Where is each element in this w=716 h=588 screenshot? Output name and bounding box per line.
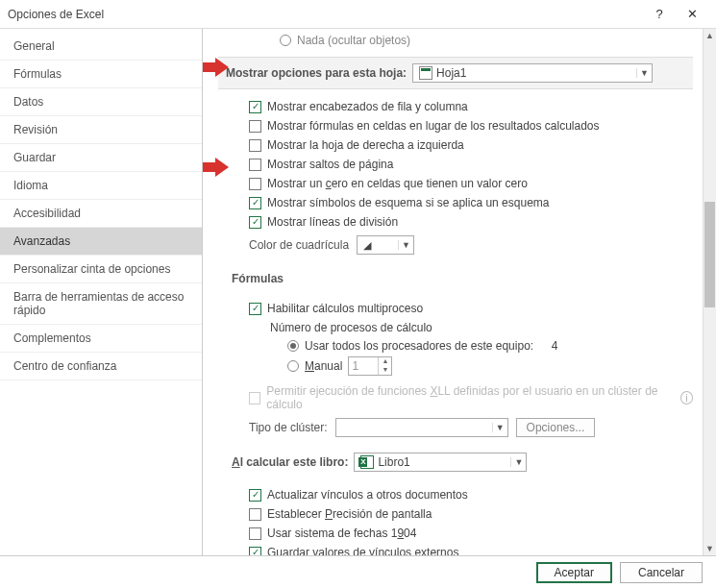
chevron-down-icon: ▼ bbox=[510, 457, 526, 467]
chk-save-ext-links-label: Guardar valores de vínculos externos bbox=[267, 546, 458, 555]
chk-page-breaks[interactable] bbox=[249, 159, 261, 171]
chk-outline-symbols-label: Mostrar símbolos de esquema si se aplica… bbox=[267, 196, 549, 209]
chk-multiproc[interactable] bbox=[249, 303, 261, 315]
chk-gridlines[interactable] bbox=[249, 216, 261, 229]
sheet-selector[interactable]: Hoja1 ▼ bbox=[412, 63, 653, 83]
sidebar-item-quick-access[interactable]: Barra de herramientas de acceso rápido bbox=[0, 283, 202, 325]
chk-show-zero[interactable] bbox=[249, 178, 261, 190]
category-sidebar: General Fórmulas Datos Revisión Guardar … bbox=[0, 29, 203, 555]
section-calc-book: Al calcular este libro: Libro1 ▼ bbox=[232, 447, 693, 478]
chk-rtl-sheet-label: Mostrar la hoja de derecha a izquierda bbox=[267, 138, 464, 152]
sidebar-item-language[interactable]: Idioma bbox=[0, 172, 202, 200]
info-icon[interactable]: i bbox=[680, 391, 693, 404]
chk-show-formulas[interactable] bbox=[249, 120, 261, 133]
chk-precision[interactable] bbox=[249, 508, 261, 521]
chk-xll-cluster bbox=[249, 392, 260, 404]
chk-page-breaks-label: Mostrar saltos de página bbox=[267, 158, 393, 171]
sidebar-item-accessibility[interactable]: Accesibilidad bbox=[0, 200, 202, 228]
help-button[interactable]: ? bbox=[643, 0, 676, 29]
section-formulas: Fórmulas bbox=[232, 264, 693, 291]
chk-row-col-headers[interactable] bbox=[249, 101, 261, 113]
sidebar-item-general[interactable]: General bbox=[0, 33, 202, 61]
proc-count-label: Número de procesos de cálculo bbox=[232, 318, 693, 337]
chk-1904[interactable] bbox=[249, 527, 261, 540]
workbook-selector-value: Libro1 bbox=[378, 455, 409, 469]
cancel-button[interactable]: Cancelar bbox=[620, 562, 703, 583]
chevron-down-icon: ▼ bbox=[492, 423, 507, 432]
sidebar-item-trust-center[interactable]: Centro de confianza bbox=[0, 353, 202, 380]
proc-count-value: 4 bbox=[552, 339, 558, 353]
cluster-type-combo[interactable]: ▼ bbox=[335, 418, 508, 437]
chk-show-zero-label: Mostrar un cero en celdas que tienen un … bbox=[267, 177, 528, 190]
sidebar-item-customize-ribbon[interactable]: Personalizar cinta de opciones bbox=[0, 256, 202, 283]
sidebar-item-advanced[interactable]: Avanzadas bbox=[0, 228, 202, 256]
spin-up-icon[interactable]: ▲ bbox=[378, 357, 391, 366]
scroll-up-icon[interactable]: ▲ bbox=[704, 29, 716, 42]
sidebar-item-data[interactable]: Datos bbox=[0, 88, 202, 116]
section-sheet-options: Mostrar opciones para esta hoja: Hoja1 ▼ bbox=[218, 57, 693, 89]
dialog-footer: Aceptar Cancelar bbox=[0, 555, 716, 588]
chk-precision-label: Establecer Precisión de pantalla bbox=[267, 507, 432, 521]
cluster-type-label: Tipo de clúster: bbox=[249, 421, 328, 434]
chk-1904-label: Usar sistema de fechas 1904 bbox=[267, 527, 416, 540]
section-sheet-options-label: Mostrar opciones para esta hoja: bbox=[226, 66, 407, 80]
chk-save-ext-links[interactable] bbox=[249, 547, 261, 556]
scroll-down-icon[interactable]: ▼ bbox=[704, 542, 716, 555]
radio-use-all-procs-label: Usar todos los procesadores de este equi… bbox=[305, 339, 533, 353]
grid-color-picker[interactable]: ◢ ▼ bbox=[357, 235, 414, 255]
section-calc-book-label: Al calcular este libro: bbox=[232, 455, 348, 469]
cluster-options-button: Opciones... bbox=[516, 418, 596, 437]
vertical-scrollbar[interactable]: ▲ ▼ bbox=[703, 29, 716, 555]
annotation-arrow-1 bbox=[203, 58, 234, 79]
spin-down-icon[interactable]: ▼ bbox=[378, 366, 391, 375]
chevron-down-icon: ▼ bbox=[398, 240, 413, 250]
radio-manual-procs-label: Manual bbox=[305, 359, 342, 373]
bucket-icon: ◢ bbox=[363, 239, 371, 252]
radio-hide-objects-label: Nada (ocultar objetos) bbox=[297, 34, 410, 47]
radio-manual-procs[interactable] bbox=[287, 360, 299, 372]
workbook-selector[interactable]: Libro1 ▼ bbox=[354, 453, 527, 472]
grid-color-label: Color de cuadrícula bbox=[249, 238, 349, 252]
chk-outline-symbols[interactable] bbox=[249, 197, 261, 209]
chk-update-links[interactable] bbox=[249, 489, 261, 502]
worksheet-icon bbox=[419, 66, 432, 80]
ok-button[interactable]: Aceptar bbox=[536, 562, 612, 583]
excel-workbook-icon bbox=[360, 455, 374, 469]
sidebar-item-save[interactable]: Guardar bbox=[0, 144, 202, 172]
manual-proc-input[interactable] bbox=[349, 357, 378, 375]
sidebar-item-addins[interactable]: Complementos bbox=[0, 325, 202, 353]
radio-hide-objects[interactable] bbox=[280, 35, 291, 46]
chk-update-links-label: Actualizar vínculos a otros documentos bbox=[267, 488, 468, 502]
sidebar-item-formulas[interactable]: Fórmulas bbox=[0, 61, 202, 88]
annotation-arrow-2 bbox=[203, 158, 234, 179]
chk-rtl-sheet[interactable] bbox=[249, 139, 261, 152]
sheet-selector-value: Hoja1 bbox=[436, 66, 466, 80]
radio-use-all-procs[interactable] bbox=[287, 340, 299, 352]
sidebar-item-proofing[interactable]: Revisión bbox=[0, 116, 202, 144]
manual-proc-spinner[interactable]: ▲▼ bbox=[348, 356, 392, 376]
chk-row-col-headers-label: Mostrar encabezados de fila y columna bbox=[267, 100, 468, 113]
content-area: Nada (ocultar objetos) Mostrar opciones … bbox=[203, 29, 716, 555]
window-title: Opciones de Excel bbox=[8, 8, 643, 21]
chevron-down-icon: ▼ bbox=[636, 68, 652, 78]
chk-show-formulas-label: Mostrar fórmulas en celdas en lugar de l… bbox=[267, 119, 600, 133]
chk-multiproc-label: Habilitar cálculos multiproceso bbox=[267, 302, 423, 315]
title-bar: Opciones de Excel ? ✕ bbox=[0, 0, 716, 29]
chk-gridlines-label: Mostrar líneas de división bbox=[267, 215, 398, 229]
scroll-thumb[interactable] bbox=[704, 202, 715, 307]
close-button[interactable]: ✕ bbox=[676, 0, 708, 29]
chk-xll-cluster-label: Permitir ejecución de funciones XLL defi… bbox=[266, 384, 670, 411]
